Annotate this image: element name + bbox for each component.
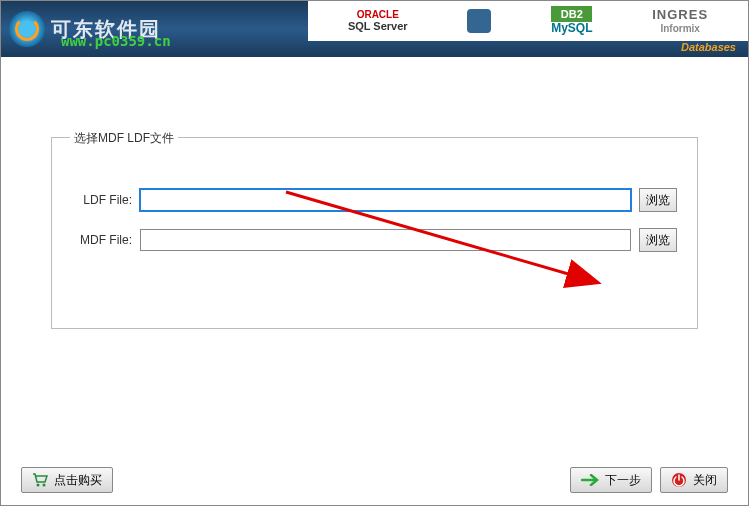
footer-right: 下一步 关闭: [570, 467, 728, 493]
next-button[interactable]: 下一步: [570, 467, 652, 493]
close-button-label: 关闭: [693, 472, 717, 489]
ldf-file-row: LDF File: 浏览: [72, 188, 677, 212]
databases-label: Databases: [681, 41, 736, 53]
footer-left: 点击购买: [21, 467, 113, 493]
header-banner: 可东软件园 www.pc0359.cn ORACLE SQL Server DB…: [1, 1, 748, 57]
ldf-browse-button[interactable]: 浏览: [639, 188, 677, 212]
site-url: www.pc0359.cn: [61, 33, 171, 49]
mdf-file-row: MDF File: 浏览: [72, 228, 677, 252]
oracle-logo: ORACLE SQL Server: [348, 9, 408, 32]
database-logos-strip: ORACLE SQL Server DB2 MySQL INGRES Infor…: [308, 1, 748, 41]
close-button[interactable]: 关闭: [660, 467, 728, 493]
mdf-browse-button[interactable]: 浏览: [639, 228, 677, 252]
ldf-file-input[interactable]: [140, 189, 631, 211]
site-logo-icon: [9, 11, 45, 47]
arrow-right-icon: [581, 474, 599, 486]
postgres-logo-icon: [467, 9, 491, 33]
fieldset-title: 选择MDF LDF文件: [70, 130, 178, 147]
footer-bar: 点击购买 下一步 关闭: [1, 467, 748, 493]
next-button-label: 下一步: [605, 472, 641, 489]
buy-button-label: 点击购买: [54, 472, 102, 489]
ldf-label: LDF File:: [72, 193, 132, 207]
svg-point-3: [43, 484, 46, 487]
db2-mysql-logo: DB2 MySQL: [551, 6, 592, 35]
mdf-label: MDF File:: [72, 233, 132, 247]
main-content: 选择MDF LDF文件 LDF File: 浏览 MDF File: 浏览: [1, 57, 748, 329]
svg-point-2: [37, 484, 40, 487]
ingres-informix-logo: INGRES Informix: [652, 8, 708, 33]
file-select-fieldset: 选择MDF LDF文件 LDF File: 浏览 MDF File: 浏览: [51, 137, 698, 329]
mdf-file-input[interactable]: [140, 229, 631, 251]
buy-button[interactable]: 点击购买: [21, 467, 113, 493]
power-icon: [671, 472, 687, 488]
cart-icon: [32, 473, 48, 487]
